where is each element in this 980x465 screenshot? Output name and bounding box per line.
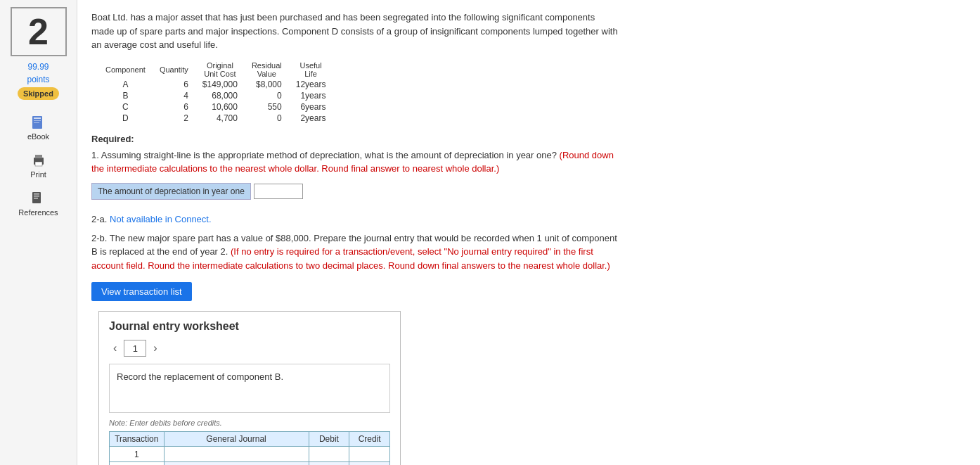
component-table-cell: 0: [245, 113, 289, 124]
print-icon: [30, 152, 47, 169]
question-number: 2: [11, 7, 67, 56]
col-header-quantity: Quantity: [153, 60, 195, 79]
skipped-badge: Skipped: [18, 87, 59, 100]
svg-rect-6: [35, 162, 42, 166]
component-table-cell: C: [98, 101, 153, 113]
component-table-cell: 6years: [289, 101, 333, 113]
component-table-cell: 2: [153, 113, 195, 124]
required-item-1: 1. Assuming straight-line is the appropr…: [91, 148, 619, 176]
record-note: Record the replacement of component B.: [109, 364, 390, 413]
component-table-cell: 6: [153, 79, 195, 90]
ebook-label: eBook: [27, 132, 49, 141]
transaction-table: Transaction General Journal Debit Credit…: [109, 431, 390, 465]
col-header-original: OriginalUnit Cost: [195, 60, 245, 79]
svg-rect-9: [34, 196, 39, 197]
next-arrow[interactable]: ›: [149, 340, 161, 356]
answer-label: The amount of depreciation in year one: [91, 183, 251, 200]
journal-credit-cell[interactable]: [349, 447, 390, 462]
ebook-icon: [30, 114, 46, 131]
section-2b: 2-b. The new major spare part has a valu…: [91, 231, 619, 273]
col-header-component: Component: [98, 60, 153, 79]
component-table-cell: 12years: [289, 79, 333, 90]
svg-rect-1: [34, 117, 41, 119]
journal-credit-cell[interactable]: [349, 462, 390, 466]
svg-rect-8: [34, 193, 39, 195]
journal-title: Journal entry worksheet: [109, 320, 390, 333]
svg-rect-3: [34, 122, 39, 123]
component-table-cell: 1years: [289, 90, 333, 101]
print-label: Print: [30, 170, 46, 179]
component-table-cell: D: [98, 113, 153, 124]
journal-nav: ‹ 1 ›: [109, 340, 390, 357]
component-table-cell: $149,000: [195, 79, 245, 90]
main-content: Boat Ltd. has a major asset that has jus…: [77, 0, 980, 465]
col-header-useful: UsefulLife: [289, 60, 333, 79]
enter-debits-note: Note: Enter debits before credits.: [109, 419, 390, 427]
component-table-cell: 550: [245, 101, 289, 113]
section-2a-prefix: 2-a.: [91, 214, 107, 224]
component-table-cell: B: [98, 90, 153, 101]
journal-gj-cell[interactable]: [164, 462, 309, 466]
component-table-cell: 10,600: [195, 101, 245, 113]
svg-rect-5: [35, 155, 42, 158]
th-credit: Credit: [349, 432, 390, 447]
required-label: Required:: [91, 134, 966, 144]
journal-gj-cell[interactable]: [164, 447, 309, 462]
th-transaction: Transaction: [110, 432, 165, 447]
journal-debit-cell[interactable]: [309, 462, 349, 466]
nav-number: 1: [124, 340, 146, 357]
component-table-cell: 0: [245, 90, 289, 101]
answer-input[interactable]: [254, 184, 303, 199]
component-table-cell: 2years: [289, 113, 333, 124]
component-table-cell: 6: [153, 101, 195, 113]
view-transaction-button[interactable]: View transaction list: [91, 282, 192, 301]
references-label: References: [18, 208, 58, 217]
points-label: points: [27, 75, 49, 84]
component-table-cell: 4: [153, 90, 195, 101]
journal-worksheet: Journal entry worksheet ‹ 1 › Record the…: [98, 311, 401, 465]
col-header-residual: ResidualValue: [245, 60, 289, 79]
svg-rect-2: [34, 120, 41, 121]
points-value: 99.99: [27, 62, 49, 72]
th-debit: Debit: [309, 432, 349, 447]
component-table-cell: 68,000: [195, 90, 245, 101]
journal-tx-num: [110, 462, 165, 466]
journal-debit-cell[interactable]: [309, 447, 349, 462]
intro-text: Boat Ltd. has a major asset that has jus…: [91, 11, 619, 52]
prev-arrow[interactable]: ‹: [109, 340, 121, 356]
section-2a-text: Not available in Connect.: [110, 214, 212, 224]
component-table-cell: 4,700: [195, 113, 245, 124]
references-icon: [30, 190, 46, 207]
svg-rect-10: [34, 198, 38, 199]
th-general-journal: General Journal: [164, 432, 309, 447]
component-table-cell: A: [98, 79, 153, 90]
sidebar: 2 99.99 points Skipped eBook: [0, 0, 77, 465]
answer-row: The amount of depreciation in year one: [91, 183, 966, 200]
required-1-text: 1. Assuming straight-line is the appropr…: [91, 150, 557, 160]
section-2a: 2-a. Not available in Connect.: [91, 214, 966, 224]
ebook-button[interactable]: eBook: [27, 114, 49, 141]
section-2b-prefix: 2-b.: [91, 233, 107, 243]
references-button[interactable]: References: [18, 190, 58, 217]
component-table-cell: $8,000: [245, 79, 289, 90]
print-button[interactable]: Print: [30, 152, 47, 179]
component-table: Component Quantity OriginalUnit Cost Res…: [98, 60, 333, 124]
component-table-wrapper: Component Quantity OriginalUnit Cost Res…: [98, 60, 966, 124]
journal-tx-num: 1: [110, 447, 165, 462]
